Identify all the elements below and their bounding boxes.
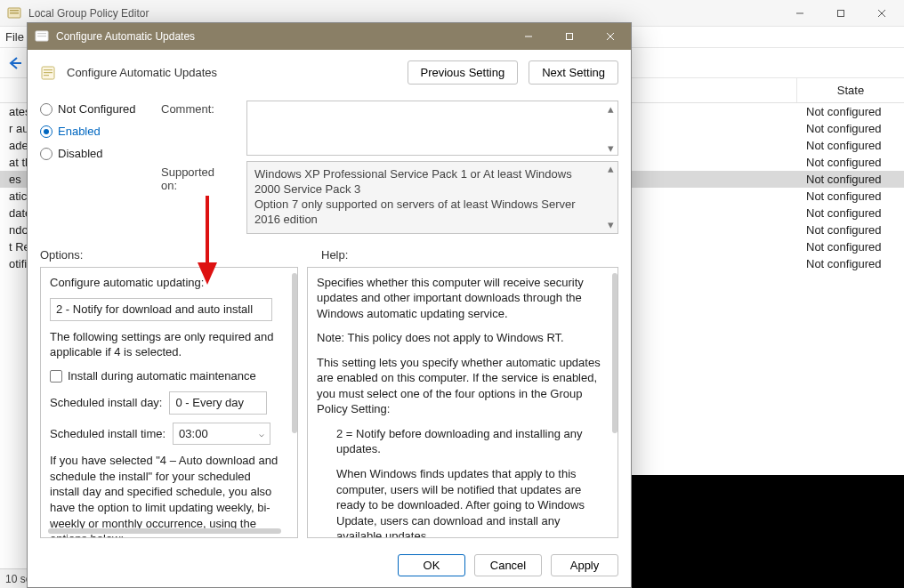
help-header: Help:	[321, 248, 618, 262]
options-panel: Configure automatic updating: 2 - Notify…	[40, 267, 298, 538]
cancel-button[interactable]: Cancel	[474, 554, 542, 576]
options-header: Options:	[40, 248, 295, 262]
main-title: Local Group Policy Editor	[28, 7, 779, 20]
radio-label: Not Configured	[58, 102, 135, 116]
svg-rect-12	[567, 34, 573, 40]
help-panel: Specifies whether this computer will rec…	[307, 267, 618, 538]
panels: Configure automatic updating: 2 - Notify…	[28, 267, 631, 545]
cell-state: Not configured	[797, 156, 904, 169]
cell-state: Not configured	[797, 173, 904, 186]
cell-state: Not configured	[797, 122, 904, 135]
radio-enabled[interactable]: Enabled	[40, 125, 147, 138]
options-scrollbar[interactable]	[292, 273, 297, 433]
radio-label: Disabled	[58, 147, 103, 160]
scheduled-day-select[interactable]: 0 - Every day	[169, 391, 267, 415]
scroll-down-icon[interactable]: ▾	[603, 219, 617, 233]
panel-headers: Options: Help:	[28, 239, 631, 267]
radio-group: Not Configured Enabled Disabled	[40, 101, 147, 234]
back-icon[interactable]	[7, 55, 23, 71]
policy-icon	[40, 65, 56, 81]
help-p1: Specifies whether this computer will rec…	[317, 275, 609, 322]
dialog-titlebar: Configure Automatic Updates	[28, 23, 631, 50]
radio-icon	[40, 148, 52, 160]
dialog-app-icon	[35, 29, 49, 44]
svg-rect-1	[10, 10, 19, 12]
scheduled-day-label: Scheduled install day:	[50, 395, 162, 411]
cell-state: Not configured	[797, 189, 904, 203]
option4-note: If you have selected "4 – Auto download …	[50, 453, 281, 538]
minimize-button[interactable]	[779, 0, 820, 27]
cell-state: Not configured	[797, 257, 904, 270]
supported-on-box: Windows XP Professional Service Pack 1 o…	[246, 161, 618, 234]
dialog-window-controls	[508, 23, 631, 50]
supported-text: Windows XP Professional Service Pack 1 o…	[254, 167, 576, 226]
svg-rect-4	[838, 10, 844, 16]
cell-state: Not configured	[797, 240, 904, 254]
radio-not-configured[interactable]: Not Configured	[40, 102, 147, 116]
select-value: 03:00	[179, 426, 208, 442]
dialog-title: Configure Automatic Updates	[56, 30, 508, 43]
select-value: 2 - Notify for download and auto install	[56, 302, 253, 318]
label-column: Comment: Supported on:	[161, 101, 232, 234]
configure-label: Configure automatic updating:	[50, 275, 281, 291]
comment-textbox[interactable]: ▴ ▾	[246, 101, 618, 156]
previous-setting-button[interactable]: Previous Setting	[408, 60, 519, 85]
dialog-header: Configure Automatic Updates Previous Set…	[28, 50, 631, 95]
menu-file[interactable]: File	[5, 30, 24, 44]
radio-icon	[40, 103, 52, 116]
apply-button[interactable]: Apply	[551, 554, 618, 576]
options-hscrollbar[interactable]	[48, 528, 281, 534]
scroll-up-icon[interactable]: ▴	[603, 101, 617, 116]
dialog-maximize-button[interactable]	[549, 23, 590, 50]
help-scrollbar[interactable]	[612, 273, 617, 433]
fields-column: ▴ ▾ Windows XP Professional Service Pack…	[246, 101, 618, 234]
svg-rect-9	[37, 33, 46, 34]
checkbox-icon	[50, 370, 62, 383]
dialog-configure-automatic-updates: Configure Automatic Updates Configure Au…	[27, 22, 632, 588]
cell-state: Not configured	[797, 139, 904, 152]
cell-state: Not configured	[797, 206, 904, 220]
black-area	[632, 475, 904, 588]
configure-select[interactable]: 2 - Notify for download and auto install	[50, 298, 272, 321]
dialog-buttons: OK Cancel Apply	[28, 545, 631, 587]
app-icon	[7, 6, 21, 20]
dialog-header-title: Configure Automatic Updates	[67, 66, 397, 79]
scroll-down-icon[interactable]: ▾	[603, 141, 617, 155]
help-p5: When Windows finds updates that apply to…	[317, 466, 609, 538]
svg-rect-17	[44, 72, 52, 73]
select-value: 0 - Every day	[175, 395, 244, 411]
main-window-controls	[779, 0, 902, 27]
radio-label: Enabled	[58, 125, 101, 138]
ok-button[interactable]: OK	[398, 554, 465, 576]
col-state[interactable]: State	[797, 78, 904, 102]
install-maintenance-checkbox[interactable]: Install during automatic maintenance	[50, 368, 281, 384]
following-note: The following settings are only required…	[50, 329, 281, 360]
help-p2: Note: This policy does not apply to Wind…	[317, 330, 609, 346]
maximize-button[interactable]	[820, 0, 861, 27]
cell-state: Not configured	[797, 223, 904, 237]
scheduled-time-label: Scheduled install time:	[50, 426, 165, 442]
comment-label: Comment:	[161, 102, 232, 116]
help-p3: This setting lets you specify whether au…	[317, 355, 609, 417]
next-setting-button[interactable]: Next Setting	[529, 60, 618, 85]
dialog-minimize-button[interactable]	[508, 23, 549, 50]
dialog-config-section: Not Configured Enabled Disabled Comment:…	[28, 95, 631, 239]
cell-state: Not configured	[797, 105, 904, 118]
svg-rect-16	[44, 69, 52, 70]
svg-rect-18	[44, 75, 49, 76]
radio-icon	[40, 125, 52, 138]
chevron-down-icon: ⌵	[259, 428, 264, 440]
supported-label: Supported on:	[161, 165, 232, 192]
scheduled-time-select[interactable]: 03:00 ⌵	[173, 423, 270, 446]
svg-rect-10	[37, 36, 46, 36]
checkbox-label: Install during automatic maintenance	[68, 368, 256, 384]
close-button[interactable]	[861, 0, 902, 27]
radio-disabled[interactable]: Disabled	[40, 147, 147, 160]
dialog-close-button[interactable]	[590, 23, 631, 50]
help-p4: 2 = Notify before downloading and instal…	[317, 426, 609, 457]
svg-rect-2	[10, 12, 19, 14]
scroll-up-icon[interactable]: ▴	[603, 162, 617, 176]
